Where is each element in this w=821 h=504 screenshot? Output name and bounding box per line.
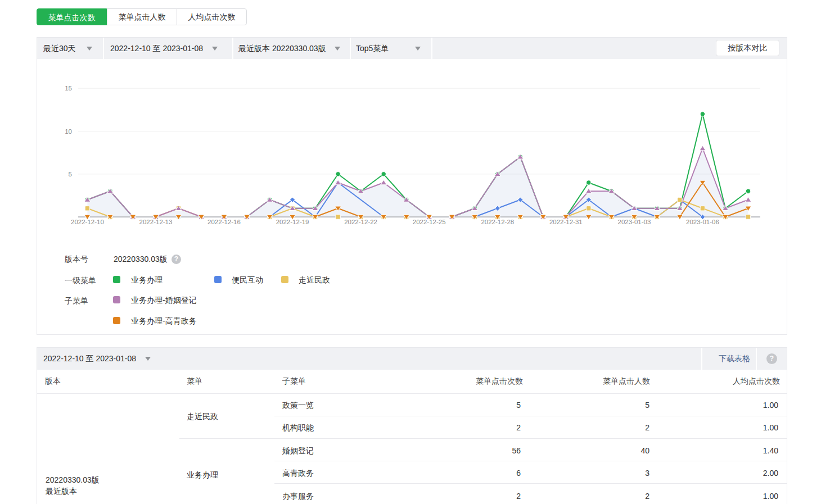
svg-text:2022-12-28: 2022-12-28 — [481, 219, 514, 225]
svg-text:2023-01-03: 2023-01-03 — [617, 219, 651, 225]
svg-text:2022-12-16: 2022-12-16 — [207, 219, 241, 225]
svg-text:2022-12-10: 2022-12-10 — [71, 219, 104, 225]
svg-text:5: 5 — [69, 171, 72, 178]
svg-text:2022-12-13: 2022-12-13 — [139, 219, 173, 225]
svg-text:15: 15 — [65, 85, 72, 92]
svg-text:10: 10 — [65, 128, 72, 135]
svg-text:2022-12-31: 2022-12-31 — [549, 219, 583, 225]
svg-text:2022-12-19: 2022-12-19 — [276, 219, 309, 225]
svg-text:2023-01-06: 2023-01-06 — [686, 219, 719, 225]
svg-text:2022-12-25: 2022-12-25 — [413, 219, 446, 225]
svg-text:2022-12-22: 2022-12-22 — [344, 219, 377, 225]
